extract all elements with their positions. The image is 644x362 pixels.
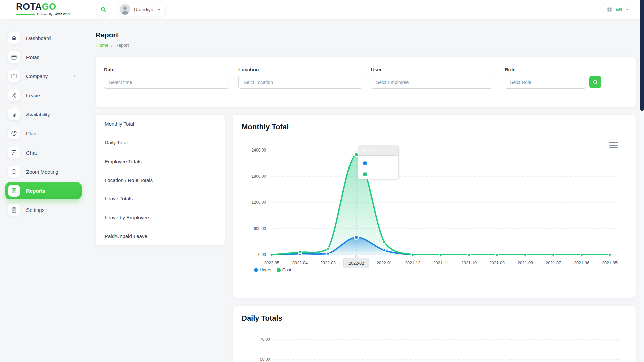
date-filter-input[interactable] — [104, 76, 229, 89]
user-avatar — [120, 4, 130, 15]
sidebar-item-label: Reports — [26, 188, 82, 194]
logo-brand-primary: WORK — [55, 12, 65, 16]
sidebar-item-plan[interactable]: Plan — [5, 125, 82, 142]
home-icon — [8, 32, 20, 44]
logo-text-accent: GO — [42, 2, 56, 12]
page-scrollbar[interactable] — [640, 0, 644, 362]
report-menu-item-paid-unpaid-leave[interactable]: Paid/Unpaid Leave — [96, 227, 225, 245]
svg-text:2021-06: 2021-06 — [574, 261, 589, 265]
svg-text:2022-03: 2022-03 — [320, 261, 336, 265]
svg-text:2400.00: 2400.00 — [252, 148, 266, 153]
sidebar-item-label: Leave — [26, 93, 82, 98]
daily-chart-svg[interactable]: 70.0050.00 — [233, 306, 636, 362]
tooltip-cost-dot — [363, 172, 367, 176]
tooltip-hours-dot — [363, 161, 367, 165]
sidebar-item-availability[interactable]: Availability — [5, 106, 82, 123]
svg-text:2022-01: 2022-01 — [377, 261, 392, 265]
chart-legend: HoursCost — [254, 267, 291, 273]
logo-powered-by: Powered By — [37, 13, 53, 16]
sidebar-item-settings[interactable]: Settings — [5, 201, 82, 219]
app-logo[interactable]: ROTAGO Powered By WORKDO — [16, 2, 70, 16]
sidebar-item-label: Availability — [26, 112, 82, 117]
filter-label-date: Date — [104, 67, 114, 72]
user-filter-input[interactable] — [371, 76, 492, 89]
sidebar-item-label: Plan — [26, 131, 82, 136]
monthly-chart-svg[interactable]: 0.00600.001200.001800.002400.002022-0520… — [233, 115, 636, 298]
report-menu-card: Monthly TotalDaily TotalEmployee TotalsL… — [96, 115, 225, 245]
svg-text:2021-12: 2021-12 — [405, 261, 420, 265]
breadcrumb-home-link[interactable]: Home — [96, 43, 108, 48]
svg-text:600.00: 600.00 — [254, 226, 266, 231]
role-filter-input[interactable] — [505, 76, 586, 89]
legend-item-hours[interactable]: Hours — [254, 267, 271, 273]
sidebar-item-rotas[interactable]: Rotas — [5, 48, 82, 66]
report-menu-item-daily-total[interactable]: Daily Total — [96, 133, 225, 152]
chat-icon — [8, 146, 20, 159]
sidebar-item-leave[interactable]: Leave — [5, 86, 82, 104]
filter-label-user: User — [371, 67, 382, 72]
legend-item-cost[interactable]: Cost — [277, 267, 291, 273]
sidebar-item-dashboard[interactable]: Dashboard — [5, 29, 82, 47]
report-menu-item-location-role-totals[interactable]: Location / Role Totals — [96, 171, 225, 190]
logo-underline — [16, 14, 35, 15]
report-menu-item-employee-totals[interactable]: Employee Totals — [96, 152, 225, 171]
legend-label: Hours — [260, 267, 271, 273]
page-title: Report — [96, 31, 118, 39]
chevron-down-icon — [157, 7, 161, 12]
report-book-icon — [8, 185, 20, 197]
sidebar-item-label: Company — [26, 73, 72, 79]
pie-chart-icon — [8, 127, 20, 139]
svg-text:2021-11: 2021-11 — [433, 261, 448, 265]
bar-chart-icon — [8, 108, 20, 120]
sidebar-item-label: Rotas — [26, 54, 82, 60]
svg-text:0.00: 0.00 — [258, 252, 266, 257]
chevron-down-icon — [625, 7, 629, 12]
filter-search-button[interactable] — [589, 76, 601, 88]
report-menu-item-leave-by-employee[interactable]: Leave by Employee — [96, 208, 225, 227]
report-menu-item-leave-totals[interactable]: Leave Totals — [96, 189, 225, 208]
scrollbar-thumb[interactable] — [640, 0, 644, 111]
language-code: EN — [615, 7, 622, 12]
language-selector[interactable]: EN — [603, 3, 632, 16]
logo-text-primary: ROTA — [16, 2, 42, 12]
clipboard-check-icon — [8, 204, 20, 216]
filter-label-role: Role — [505, 67, 515, 72]
legend-dot — [254, 268, 258, 272]
user-menu[interactable]: Rajodiya — [118, 3, 166, 16]
legend-label: Cost — [282, 267, 291, 273]
daily-totals-card: Daily Totals 70.0050.00 — [233, 306, 636, 362]
svg-text:2021-10: 2021-10 — [461, 261, 477, 265]
user-name: Rajodiya — [134, 7, 153, 12]
breadcrumb: Home › Report — [96, 43, 129, 48]
sidebar-item-zoom-meeting[interactable]: Zoom Meeting — [5, 163, 82, 180]
chart-tooltip-title: 2022-02 — [358, 145, 398, 156]
svg-text:1800.00: 1800.00 — [252, 174, 266, 179]
svg-text:2021-05: 2021-05 — [602, 261, 618, 265]
chart-tooltip: 2022-02 — [358, 145, 399, 179]
sidebar-item-reports[interactable]: Reports — [5, 182, 82, 199]
topbar: ROTAGO Powered By WORKDO Rajodiya EN — [0, 0, 644, 19]
sidebar-item-chat[interactable]: Chat — [5, 144, 82, 161]
search-icon — [592, 79, 598, 85]
breadcrumb-separator-icon: › — [111, 43, 113, 48]
sidebar-nav: DashboardRotasCompanyLeaveAvailabilityPl… — [0, 19, 89, 362]
award-icon — [8, 166, 20, 178]
filter-label-location: Location — [238, 67, 259, 72]
logo-brand: WORKDO — [55, 13, 70, 16]
svg-text:2021-08: 2021-08 — [518, 261, 533, 265]
book-open-icon — [8, 70, 20, 82]
calendar-icon — [8, 51, 20, 63]
globe-icon — [606, 6, 613, 13]
logo-brand-accent: DO — [65, 12, 70, 16]
report-menu-item-monthly-total[interactable]: Monthly Total — [96, 115, 225, 133]
sidebar-item-label: Chat — [26, 150, 82, 156]
monthly-total-card: Monthly Total 0.00600.001200.001800.0024… — [233, 115, 636, 298]
svg-text:2022-05: 2022-05 — [264, 261, 279, 265]
chevron-right-icon — [72, 73, 77, 79]
svg-text:2021-07: 2021-07 — [546, 261, 561, 265]
sidebar-item-label: Settings — [26, 207, 82, 213]
search-button[interactable] — [97, 3, 110, 16]
svg-text:50.00: 50.00 — [260, 357, 270, 362]
location-filter-input[interactable] — [238, 76, 362, 89]
sidebar-item-company[interactable]: Company — [5, 67, 82, 85]
